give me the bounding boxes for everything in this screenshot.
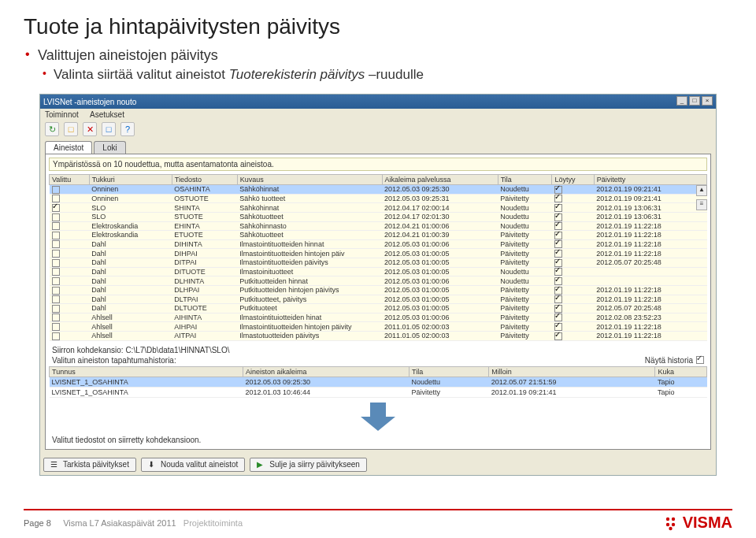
row-checkbox[interactable] xyxy=(52,222,60,230)
table-row[interactable]: DahlDLHINTAPutkituotteiden hinnat2012.05… xyxy=(50,276,707,286)
table-row[interactable]: OnninenOSAHINTASähköhinnat2012.05.03 09:… xyxy=(50,185,707,195)
hcell-aikaleima: 2012.05.03 09:25:30 xyxy=(243,377,409,387)
main-table[interactable]: Valittu Tukkuri Tiedosto Kuvaus Aikaleim… xyxy=(49,174,707,341)
menu-toiminnot[interactable]: Toiminnot xyxy=(45,110,79,119)
row-checkbox[interactable] xyxy=(52,305,60,313)
cell-loytyy-check xyxy=(554,332,562,340)
hcol-tunnus[interactable]: Tunnus xyxy=(50,366,243,377)
row-checkbox[interactable] xyxy=(52,314,60,321)
table-row[interactable]: ElektroskandiaETUOTESähkötuotteet2012.04… xyxy=(50,231,707,240)
hcol-milloin[interactable]: Milloin xyxy=(489,366,655,377)
history-row[interactable]: LVISNET_1_OSAHINTA2012.01.03 10:46:44Päi… xyxy=(50,387,707,397)
menu-asetukset[interactable]: Asetukset xyxy=(90,110,124,119)
row-checkbox[interactable] xyxy=(52,295,60,303)
scroll-up-button[interactable]: ▲ xyxy=(696,185,707,196)
history-row[interactable]: LVISNET_1_OSAHINTA2012.05.03 09:25:30Nou… xyxy=(50,377,707,387)
row-checkbox[interactable] xyxy=(52,287,60,295)
hcol-kuka[interactable]: Kuka xyxy=(655,366,707,377)
table-row[interactable]: DahlDITPAIIlmastointituotteiden päivitys… xyxy=(50,258,707,268)
check-updates-button[interactable]: ☰Tarkista päivitykset xyxy=(43,458,136,472)
cell-kuvaus: Putkituotteet, päivitys xyxy=(237,295,382,304)
visma-logo: VISMA xyxy=(664,514,732,532)
table-row[interactable]: DahlDIHPAIIlmastointituotteiden hintojen… xyxy=(50,249,707,258)
button-bar: ☰Tarkista päivitykset ⬇Nouda valitut ain… xyxy=(40,455,716,475)
cell-tila: Päivitetty xyxy=(498,313,552,322)
table-row[interactable]: AhlsellAIHPAIIlmastointituotteiden hinto… xyxy=(50,322,707,332)
cell-tukkuri: Dahl xyxy=(89,258,172,268)
cell-tila: Päivitetty xyxy=(498,194,552,203)
table-row[interactable]: SLOSTUOTESähkötuotteet2012.04.17 02:01:3… xyxy=(50,212,707,221)
bullet-1a-italic: Tuoterekisterin päivitys xyxy=(229,67,365,82)
refresh-icon[interactable]: ↻ xyxy=(45,122,59,136)
close-button[interactable]: × xyxy=(702,96,713,106)
table-row[interactable]: AhlsellAIHINTAIlmastointituiotteiden hin… xyxy=(50,313,707,322)
table-row[interactable]: DahlDITUOTEIlmastoinituotteet2012.05.03 … xyxy=(50,267,707,276)
col-kuvaus[interactable]: Kuvaus xyxy=(237,175,382,185)
col-tiedosto[interactable]: Tiedosto xyxy=(172,175,237,185)
cell-tukkuri: SLO xyxy=(89,203,172,213)
cell-tiedosto: DITPAI xyxy=(172,258,237,268)
scroll-select-button[interactable]: ≡ xyxy=(696,199,707,210)
col-valittu[interactable]: Valittu xyxy=(50,175,90,185)
table-row[interactable]: DahlDLTUOTEPutkituoteet2012.05.03 01:00:… xyxy=(50,304,707,314)
arrow-down-icon xyxy=(361,403,395,431)
history-table[interactable]: Tunnus Aineiston aikaleima Tila Milloin … xyxy=(49,366,707,398)
history-checkbox[interactable] xyxy=(696,356,704,364)
tab-aineistot[interactable]: Aineistot xyxy=(45,141,92,154)
table-row[interactable]: DahlDIHINTAIlmastointituotteiden hinnat2… xyxy=(50,239,707,249)
hcell-milloin: 2012.01.19 09:21:41 xyxy=(489,387,655,397)
slide-title: Tuote ja hintapäivitysten päivitys xyxy=(24,14,732,39)
cell-kuvaus: Putkituoteet xyxy=(237,304,382,314)
cell-tila: Noudettu xyxy=(498,221,552,231)
delete-icon[interactable]: ✕ xyxy=(83,122,97,136)
maximize-button[interactable]: □ xyxy=(689,96,700,106)
col-tila[interactable]: Tila xyxy=(498,175,552,185)
row-checkbox[interactable] xyxy=(52,204,60,212)
row-checkbox[interactable] xyxy=(52,268,60,276)
row-checkbox[interactable] xyxy=(52,186,60,194)
tab-loki[interactable]: Loki xyxy=(94,141,125,154)
cell-paivitetty: 2012.01.19 11:22:18 xyxy=(594,295,706,304)
svg-point-4 xyxy=(669,526,672,529)
row-checkbox[interactable] xyxy=(52,259,60,267)
col-aikaleima[interactable]: Aikaleima palvelussa xyxy=(382,175,498,185)
bullet-1-text: Valittujen aineistojen päivitys xyxy=(38,47,218,63)
table-row[interactable]: AhlsellAITPAIIlmastotuotteiden päivitys2… xyxy=(50,332,707,341)
cell-kuvaus: Putkituotteiden hintojen päivitys xyxy=(237,285,382,295)
logo-dots-icon xyxy=(664,515,680,531)
export-icon[interactable]: □ xyxy=(102,122,116,136)
cell-aikaleima: 2012.04.21 01:00:06 xyxy=(382,221,498,231)
fetch-selected-button[interactable]: ⬇Nouda valitut aineistot xyxy=(141,458,245,472)
hcol-aikaleima[interactable]: Aineiston aikaleima xyxy=(243,366,409,377)
close-continue-button[interactable]: ▶Sulje ja siirry päivitykseen xyxy=(250,458,367,472)
row-checkbox[interactable] xyxy=(52,250,60,258)
cell-tukkuri: Dahl xyxy=(89,304,172,314)
cell-tila: Noudettu xyxy=(498,267,552,276)
table-row[interactable]: DahlDLTPAIPutkituotteet, päivitys2012.05… xyxy=(50,295,707,304)
table-row[interactable]: OnninenOSTUOTESähkö tuotteet2012.05.03 0… xyxy=(50,194,707,203)
minimize-button[interactable]: _ xyxy=(676,96,687,106)
row-checkbox[interactable] xyxy=(52,232,60,239)
col-paivitetty[interactable]: Päivitetty xyxy=(594,175,706,185)
row-checkbox[interactable] xyxy=(52,323,60,331)
cell-paivitetty: 2012.01.19 11:22:18 xyxy=(594,249,706,258)
table-row[interactable]: DahlDLHPAIPutkituotteiden hintojen päivi… xyxy=(50,285,707,295)
row-checkbox[interactable] xyxy=(52,277,60,285)
cell-tiedosto: ETUOTE xyxy=(172,231,237,240)
table-row[interactable]: SLOSHINTASähköhinnat2012.04.17 02:00:14N… xyxy=(50,203,707,213)
cell-kuvaus: Ilmastointituotteiden hintojen päiv xyxy=(237,249,382,258)
row-checkbox[interactable] xyxy=(52,240,60,248)
cell-tiedosto: AIHPAI xyxy=(172,322,237,332)
cell-tukkuri: Ahlsell xyxy=(89,322,172,332)
table-row[interactable]: ElektroskandiaEHINTASähköhinnasto2012.04… xyxy=(50,221,707,231)
row-checkbox[interactable] xyxy=(52,213,60,221)
hcell-kuka: Tapio xyxy=(655,387,707,397)
cell-kuvaus: Ilmastointituiotteiden hinat xyxy=(237,313,382,322)
col-tukkuri[interactable]: Tukkuri xyxy=(89,175,172,185)
svg-point-2 xyxy=(665,522,669,525)
row-checkbox[interactable] xyxy=(52,332,60,340)
help-icon[interactable]: ? xyxy=(120,122,135,136)
folder-icon[interactable]: □ xyxy=(64,122,78,136)
cell-tukkuri: Dahl xyxy=(89,276,172,286)
hcol-tila[interactable]: Tila xyxy=(409,366,488,377)
